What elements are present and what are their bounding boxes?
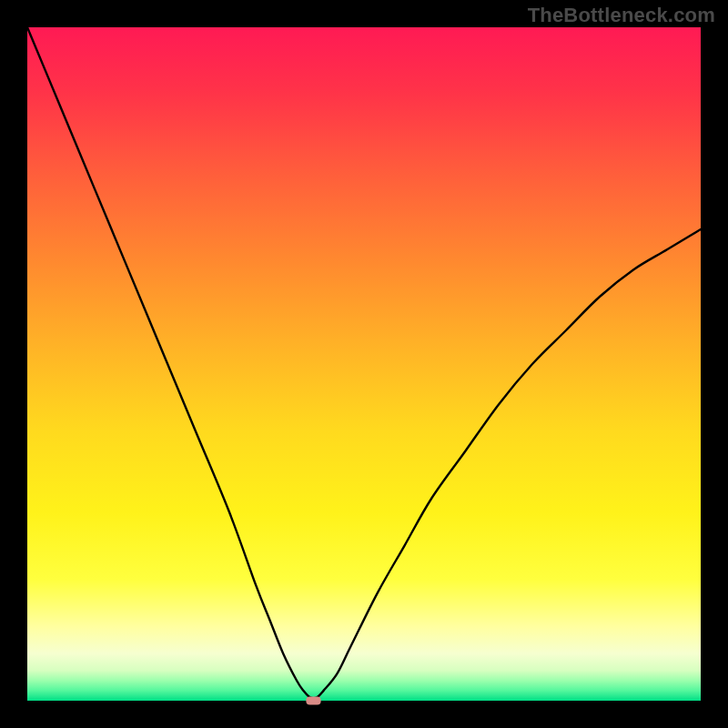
optimum-marker [306,697,320,705]
bottleneck-chart [0,0,728,728]
plot-background [27,27,701,701]
chart-frame: TheBottleneck.com [0,0,728,728]
watermark-text: TheBottleneck.com [528,4,715,27]
